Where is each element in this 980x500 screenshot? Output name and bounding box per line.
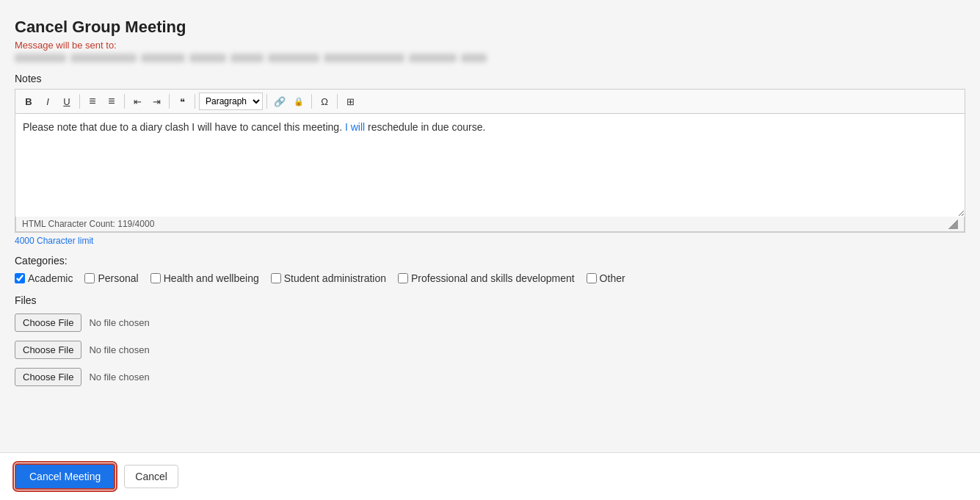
table-button[interactable]: ⊞ (341, 93, 359, 110)
choose-file-button-3[interactable]: Choose File (15, 368, 81, 386)
toolbar-separator (79, 94, 80, 109)
omega-button[interactable]: Ω (316, 93, 333, 110)
category-health[interactable]: Health and wellbeing (150, 272, 259, 284)
indent-right-button[interactable]: ⇥ (148, 93, 165, 110)
category-student-admin-label: Student administration (284, 272, 386, 284)
toolbar-separator (124, 94, 125, 109)
no-file-text-1: No file chosen (89, 317, 149, 328)
category-health-checkbox[interactable] (150, 273, 161, 283)
choose-file-button-2[interactable]: Choose File (15, 341, 81, 359)
toolbar-separator (169, 94, 170, 109)
cancel-button[interactable]: Cancel (124, 465, 178, 488)
file-input-row-1: Choose File No file chosen (15, 314, 965, 332)
recipient-blur (409, 54, 457, 62)
categories-row: Academic Personal Health and wellbeing S… (15, 272, 965, 284)
paragraph-select[interactable]: Paragraph (199, 93, 263, 110)
editor-toolbar: B I U ≡ ≡ ⇤ ⇥ ❝ Paragraph 🔗 🔒 Ω ⊞ (15, 90, 965, 114)
no-file-text-3: No file chosen (89, 372, 149, 383)
toolbar-separator (195, 94, 195, 109)
recipient-blur (461, 54, 487, 62)
recipient-blur (70, 54, 137, 62)
char-count-bar: HTML Character Count: 119/4000 (15, 217, 965, 232)
italic-button[interactable]: I (39, 93, 57, 110)
blockquote-button[interactable]: ❝ (173, 93, 191, 110)
char-limit-link[interactable]: 4000 Character limit (15, 236, 965, 246)
footer-bar: Cancel Meeting Cancel (0, 452, 980, 500)
main-content: Cancel Group Meeting Message will be sen… (0, 0, 980, 452)
link-button[interactable]: 🔗 (271, 93, 288, 110)
resize-handle[interactable] (948, 219, 958, 229)
notes-label: Notes (15, 73, 965, 84)
editor-container: B I U ≡ ≡ ⇤ ⇥ ❝ Paragraph 🔗 🔒 Ω ⊞ Pl (15, 89, 965, 233)
category-other-label: Other (600, 272, 625, 284)
unordered-list-button[interactable]: ≡ (84, 93, 101, 110)
category-personal-checkbox[interactable] (84, 273, 95, 283)
category-academic-label: Academic (28, 272, 73, 284)
no-file-text-2: No file chosen (89, 344, 149, 355)
category-academic[interactable]: Academic (15, 272, 73, 284)
category-professional-checkbox[interactable] (398, 273, 408, 283)
category-other[interactable]: Other (587, 272, 625, 284)
recipient-blur (324, 54, 404, 62)
category-professional[interactable]: Professional and skills development (398, 272, 575, 284)
recipient-blur (268, 54, 319, 62)
page-title: Cancel Group Meeting (15, 18, 965, 37)
recipient-blur (189, 54, 226, 62)
editor-body[interactable]: Please note that due to a diary clash I … (15, 114, 965, 217)
blue-text: I will (345, 121, 365, 133)
category-professional-label: Professional and skills development (411, 272, 575, 284)
category-student-admin[interactable]: Student administration (271, 272, 386, 284)
underline-button[interactable]: U (58, 93, 76, 110)
category-student-admin-checkbox[interactable] (271, 273, 281, 283)
toolbar-separator (311, 94, 312, 109)
note-text: Please note that due to a diary clash I … (23, 121, 485, 133)
unlink-button[interactable]: 🔒 (290, 93, 308, 110)
choose-file-button-1[interactable]: Choose File (15, 314, 81, 332)
category-health-label: Health and wellbeing (164, 272, 259, 284)
category-personal[interactable]: Personal (84, 272, 138, 284)
recipients-row (15, 54, 965, 62)
recipient-blur (15, 54, 66, 62)
category-other-checkbox[interactable] (587, 273, 597, 283)
bold-button[interactable]: B (20, 93, 37, 110)
message-label: Message will be sent to: (15, 40, 965, 51)
recipient-blur (141, 54, 185, 62)
file-input-row-2: Choose File No file chosen (15, 341, 965, 359)
toolbar-separator (337, 94, 338, 109)
files-label: Files (15, 294, 965, 306)
categories-label: Categories: (15, 255, 965, 267)
recipient-blur (231, 54, 264, 62)
char-count: HTML Character Count: 119/4000 (22, 219, 154, 229)
file-input-row-3: Choose File No file chosen (15, 368, 965, 386)
ordered-list-button[interactable]: ≡ (103, 93, 120, 110)
indent-left-button[interactable]: ⇤ (128, 93, 146, 110)
toolbar-separator (266, 94, 267, 109)
category-academic-checkbox[interactable] (15, 273, 25, 283)
cancel-meeting-button[interactable]: Cancel Meeting (15, 463, 115, 490)
category-personal-label: Personal (98, 272, 138, 284)
